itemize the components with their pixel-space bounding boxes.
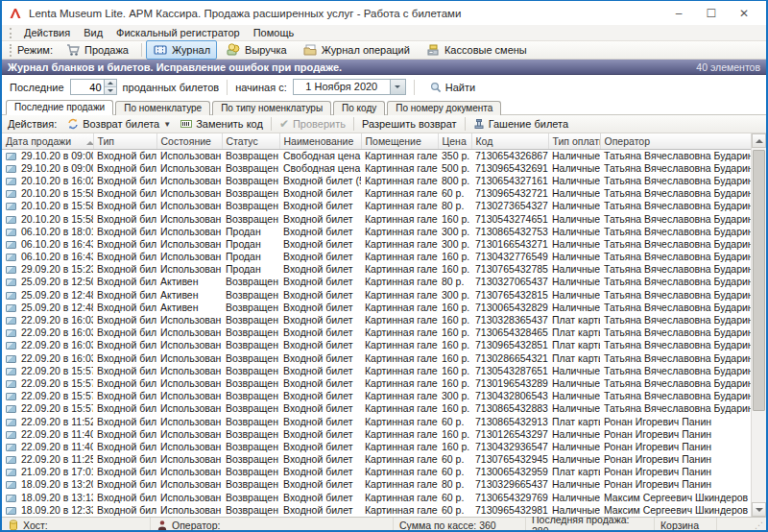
scroll-up-button[interactable]: [752, 133, 766, 148]
table-row[interactable]: 06.10.20 в 18:01:46Входной билетИспользо…: [2, 225, 751, 237]
mode-button-operations-journal[interactable]: Журнал операций: [296, 40, 417, 60]
verify-button[interactable]: ✔ Проверить: [275, 116, 350, 132]
scrollbar-thumb[interactable]: [753, 150, 765, 411]
cell-payment: Наличные: [548, 212, 600, 225]
tab-by-code[interactable]: По коду: [333, 101, 385, 115]
table-row[interactable]: 20.10.20 в 15:58:59Входной билетИспользо…: [2, 200, 751, 212]
cell-state: Использован: [156, 466, 222, 478]
ticket-icon: [6, 229, 16, 236]
cell-price: 160 р.: [438, 212, 471, 225]
column-header-state[interactable]: Состояние: [156, 133, 222, 149]
table-row[interactable]: 22.09.20 в 15:57:27Входной билетИспользо…: [2, 364, 751, 376]
cell-state: Использован: [156, 402, 222, 415]
mode-button-sale[interactable]: Продажа: [59, 40, 135, 60]
table-row[interactable]: 20.10.20 в 15:58:59Входной билетИспользо…: [2, 212, 751, 225]
starting-from-label: начиная с:: [235, 82, 287, 93]
minimize-button[interactable]: –: [662, 3, 695, 23]
cell-price: 160 р.: [438, 313, 471, 326]
resize-grip[interactable]: ⋰: [755, 520, 764, 530]
stepper-down-button[interactable]: [105, 86, 116, 94]
table-row[interactable]: 20.10.20 в 16:02:51Входной билетИспользо…: [2, 174, 751, 186]
cell-status: Возвращен: [222, 364, 279, 376]
table-row[interactable]: 22.09.20 в 15:57:27Входной билетИспользо…: [2, 402, 751, 415]
ticket-icon: [6, 405, 16, 413]
find-button[interactable]: Найти: [430, 82, 475, 93]
table-row[interactable]: 22.09.20 в 16:03:59Входной билетИспользо…: [2, 326, 751, 339]
menu-fiscal-register[interactable]: Фискальный регистратор: [109, 27, 247, 38]
table-row[interactable]: 22.09.20 в 11:52:10Входной билетИспользо…: [2, 415, 751, 427]
menu-actions[interactable]: Действия: [17, 27, 77, 38]
tab-by-nomenclature[interactable]: По номенклатуре: [115, 101, 210, 115]
table-row[interactable]: 22.09.20 в 11:25:08Входной билетИспользо…: [2, 453, 751, 466]
column-header-payment[interactable]: Тип оплаты: [548, 133, 600, 149]
column-header-status[interactable]: Статус: [222, 133, 279, 149]
table-row[interactable]: 06.10.20 в 16:43:16Входной билетИспользо…: [2, 251, 751, 263]
table-row[interactable]: 06.10.20 в 16:43:16Входной билетИспользо…: [2, 237, 751, 250]
mode-button-journal[interactable]: Журнал: [146, 40, 217, 60]
cell-operator: Татьяна Вячеславовна Бударина: [600, 225, 751, 237]
table-row[interactable]: 18.09.20 в 12:33:26Входной билетИспользо…: [2, 503, 751, 516]
table-row[interactable]: 25.09.20 в 12:50:34Входной билетАктивенВ…: [2, 276, 751, 288]
table-row[interactable]: 20.10.20 в 15:58:59Входной билетИспользо…: [2, 187, 751, 200]
column-header-name[interactable]: Наименование: [279, 133, 361, 149]
cell-status: Возвращен: [222, 453, 279, 466]
table-row[interactable]: 22.09.20 в 11:40:18Входной билетИспользо…: [2, 427, 751, 440]
cell-state: Использован: [156, 161, 222, 174]
cell-price: 160 р.: [438, 301, 471, 313]
date-dropdown-button[interactable]: [390, 80, 405, 94]
cell-price: 60 р.: [438, 187, 471, 200]
table-row[interactable]: 22.09.20 в 16:03:59Входной билетИспользо…: [2, 313, 751, 326]
allow-return-button[interactable]: Разрешить возврат: [357, 117, 462, 131]
column-header-type[interactable]: Тип: [93, 133, 156, 149]
table-row[interactable]: 18.09.20 в 13:20:45Входной билетИспользо…: [2, 478, 751, 491]
scroll-down-button[interactable]: [752, 502, 766, 517]
tickets-count-input[interactable]: [71, 80, 104, 94]
table-row[interactable]: 22.09.20 в 15:57:27Входной билетИспользо…: [2, 376, 751, 389]
cell-date: 22.09.20 в 16:03:59: [2, 326, 93, 339]
cell-price: 160 р.: [438, 351, 471, 364]
cell-operator: Татьяна Вячеславовна Бударина: [600, 237, 751, 250]
column-header-price[interactable]: Цена: [438, 133, 471, 149]
cell-payment: Плат карты: [548, 351, 600, 364]
maximize-button[interactable]: ☐: [695, 3, 728, 23]
table-row[interactable]: 22.09.20 в 16:03:59Входной билетИспользо…: [2, 339, 751, 351]
tab-last-sales[interactable]: Последние продажи: [6, 100, 113, 115]
cell-payment: Наличные: [548, 478, 600, 491]
mode-button-revenue[interactable]: Выручка: [219, 40, 294, 60]
return-ticket-button[interactable]: Возврат билета ▼: [62, 117, 176, 131]
table-row[interactable]: 18.09.20 в 13:13:43Входной билетИспользо…: [2, 491, 751, 503]
cell-state: Использован: [156, 364, 222, 376]
column-header-room[interactable]: Помещение: [361, 133, 438, 149]
table-row[interactable]: 22.09.20 в 16:03:59Входной билетИспользо…: [2, 351, 751, 364]
tab-by-nomenclature-type[interactable]: По типу номенклатуры: [212, 101, 331, 115]
table-row[interactable]: 29.09.20 в 15:23:01Входной билетИспользо…: [2, 263, 751, 276]
ticket-icon: [6, 393, 16, 400]
cell-code: 7130765432785: [471, 263, 548, 276]
column-header-operator[interactable]: Оператор: [600, 133, 751, 149]
close-button[interactable]: ✕: [728, 3, 760, 23]
separator: [353, 117, 354, 131]
mode-button-cash-shifts[interactable]: Кассовые смены: [419, 40, 534, 60]
vertical-scrollbar[interactable]: [751, 133, 766, 517]
table-row[interactable]: 29.10.20 в 09:00:45Входной билетИспользо…: [2, 149, 751, 161]
table-row[interactable]: 22.09.20 в 15:57:27Входной билетИспользо…: [2, 390, 751, 402]
column-header-date[interactable]: Дата продажи: [2, 133, 93, 149]
table-row[interactable]: 25.09.20 в 12:48:12Входной билетАктивенВ…: [2, 288, 751, 301]
table-row[interactable]: 21.09.20 в 17:01:44Входной билетИспользо…: [2, 466, 751, 478]
tab-by-document-number[interactable]: По номеру документа: [387, 101, 501, 115]
table-row[interactable]: 25.09.20 в 12:48:12Входной билетАктивенВ…: [2, 301, 751, 313]
sort-ascending-icon: [86, 141, 93, 145]
extinguish-ticket-button[interactable]: Гашение билета: [468, 117, 573, 131]
column-header-code[interactable]: Код: [471, 133, 548, 149]
cell-date: 22.09.20 в 16:03:59: [2, 313, 93, 326]
replace-code-button[interactable]: Заменить код: [176, 117, 268, 131]
menu-view[interactable]: Вид: [77, 27, 109, 38]
table-row[interactable]: 29.10.20 в 09:00:45Входной билетИспользо…: [2, 161, 751, 174]
table-row[interactable]: 22.09.20 в 11:40:18Входной билетИспользо…: [2, 440, 751, 452]
quantity-stepper: [104, 80, 116, 94]
stepper-up-button[interactable]: [105, 80, 116, 86]
cell-operator: Татьяна Вячеславовна Бударина: [600, 301, 751, 313]
cell-type: Входной билет: [93, 415, 156, 427]
menu-help[interactable]: Помощь: [247, 27, 301, 38]
date-picker[interactable]: 1 Ноября 2020: [293, 79, 406, 95]
